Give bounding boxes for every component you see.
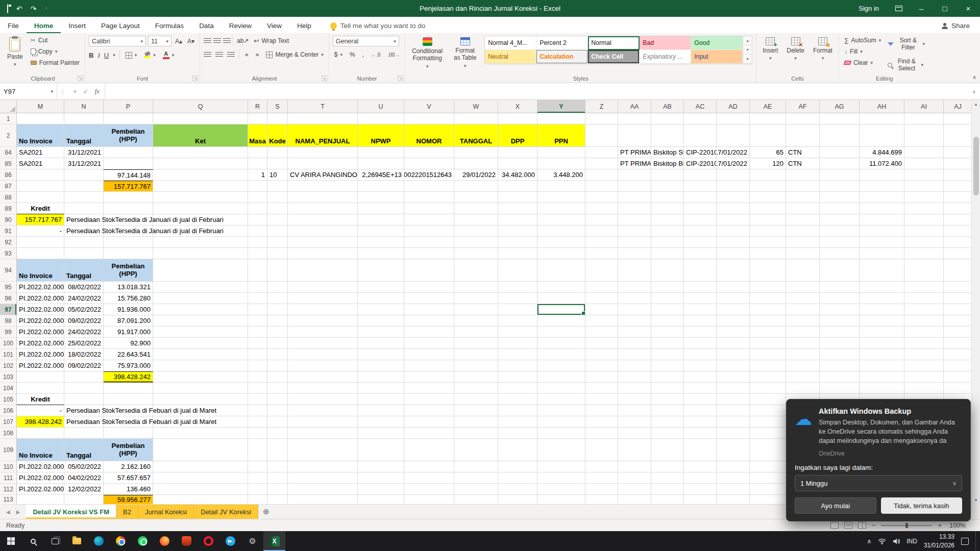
gallery-up-icon[interactable]: ▴ bbox=[743, 36, 752, 45]
cell-Y100[interactable] bbox=[537, 338, 585, 349]
cell-AD106[interactable] bbox=[717, 405, 750, 416]
cell-W91[interactable] bbox=[454, 226, 498, 237]
cell-AE92[interactable] bbox=[750, 237, 786, 248]
cell-Z87[interactable] bbox=[585, 181, 618, 192]
cell-S101[interactable] bbox=[267, 349, 288, 360]
align-right-icon[interactable] bbox=[227, 52, 235, 58]
cell-Z104[interactable] bbox=[585, 383, 618, 394]
cell-P98[interactable]: 87.091.200 bbox=[104, 315, 153, 327]
cell-T2[interactable]: NAMA_PENJUAL bbox=[288, 124, 358, 147]
cell-Y103[interactable] bbox=[537, 371, 585, 383]
cell-P96[interactable]: 15.756.280 bbox=[104, 293, 153, 304]
new-sheet-button[interactable]: ⊕ bbox=[258, 505, 274, 519]
cell-AD103[interactable] bbox=[717, 371, 750, 383]
share-button[interactable]: Share bbox=[932, 22, 980, 33]
cell-AD1[interactable] bbox=[717, 113, 750, 124]
cell-X98[interactable] bbox=[498, 315, 537, 327]
cell-AF104[interactable] bbox=[786, 383, 820, 394]
zoom-in-icon[interactable]: + bbox=[938, 521, 942, 529]
cell-AE111[interactable] bbox=[750, 472, 786, 484]
cell-Z108[interactable] bbox=[585, 428, 618, 439]
column-header-AF[interactable]: AF bbox=[786, 100, 820, 113]
cell-T102[interactable] bbox=[288, 360, 358, 371]
cell-AG85[interactable] bbox=[820, 158, 860, 169]
cell-AC96[interactable] bbox=[684, 293, 717, 304]
cell-N102[interactable]: 09/02/2022 bbox=[64, 360, 104, 371]
cell-V99[interactable] bbox=[404, 327, 454, 338]
cell-AI85[interactable] bbox=[904, 158, 944, 169]
cell-S112[interactable] bbox=[267, 484, 288, 495]
cell-W89[interactable] bbox=[454, 203, 498, 214]
cell-AB102[interactable] bbox=[651, 360, 684, 371]
cell-S99[interactable] bbox=[267, 327, 288, 338]
merge-center-button[interactable]: Merge & Center▾ bbox=[264, 50, 325, 59]
cell-AE97[interactable] bbox=[750, 304, 786, 315]
cell-Y89[interactable] bbox=[537, 203, 585, 214]
cell-Y86[interactable]: 3.448.200 bbox=[537, 169, 585, 181]
cell-R105[interactable] bbox=[248, 394, 267, 405]
cell-W105[interactable] bbox=[454, 394, 498, 405]
cell-V104[interactable] bbox=[404, 383, 454, 394]
cell-AJ84[interactable] bbox=[944, 147, 972, 158]
cell-AJ101[interactable] bbox=[944, 349, 972, 360]
cell-AE93[interactable] bbox=[750, 248, 786, 259]
cell-AB111[interactable] bbox=[651, 472, 684, 484]
cell-AB101[interactable] bbox=[651, 349, 684, 360]
cell-AJ103[interactable] bbox=[944, 371, 972, 383]
cell-AA110[interactable] bbox=[618, 461, 651, 472]
confirm-entry-icon[interactable]: ✓ bbox=[83, 88, 89, 95]
cell-X84[interactable] bbox=[498, 147, 537, 158]
row-header-106[interactable]: 106 bbox=[0, 405, 17, 416]
cell-Q95[interactable] bbox=[153, 282, 248, 293]
cell-Q89[interactable] bbox=[153, 203, 248, 214]
cell-AI103[interactable] bbox=[904, 371, 944, 383]
cell-AD84[interactable]: 17/01/2022 bbox=[717, 147, 750, 158]
cell-AB106[interactable] bbox=[651, 405, 684, 416]
cell-AI100[interactable] bbox=[904, 338, 944, 349]
cell-AA99[interactable] bbox=[618, 327, 651, 338]
style-normal4[interactable]: Normal 4_M... bbox=[485, 36, 536, 50]
cell-T89[interactable] bbox=[288, 203, 358, 214]
cut-button[interactable]: ✂Cut bbox=[29, 36, 81, 45]
cell-V96[interactable] bbox=[404, 293, 454, 304]
cell-AD113[interactable] bbox=[717, 495, 750, 505]
cell-AH87[interactable] bbox=[860, 181, 904, 192]
cell-M92[interactable] bbox=[17, 237, 64, 248]
cell-AG101[interactable] bbox=[820, 349, 860, 360]
cell-AC101[interactable] bbox=[684, 349, 717, 360]
cell-U88[interactable] bbox=[358, 192, 404, 203]
cell-AE105[interactable] bbox=[750, 394, 786, 405]
cell-AC112[interactable] bbox=[684, 484, 717, 495]
cell-V108[interactable] bbox=[404, 428, 454, 439]
cell-P100[interactable]: 92.900 bbox=[104, 338, 153, 349]
cell-Y93[interactable] bbox=[537, 248, 585, 259]
cell-AJ93[interactable] bbox=[944, 248, 972, 259]
cell-X2[interactable]: DPP bbox=[498, 124, 537, 147]
scroll-up-icon[interactable]: ▲ bbox=[972, 100, 980, 109]
cell-AD102[interactable] bbox=[717, 360, 750, 371]
cell-X93[interactable] bbox=[498, 248, 537, 259]
cell-N101[interactable]: 18/02/2022 bbox=[64, 349, 104, 360]
cell-U99[interactable] bbox=[358, 327, 404, 338]
cell-Q102[interactable] bbox=[153, 360, 248, 371]
cell-S88[interactable] bbox=[267, 192, 288, 203]
cell-R112[interactable] bbox=[248, 484, 267, 495]
cell-S106[interactable] bbox=[267, 405, 288, 416]
cell-Y102[interactable] bbox=[537, 360, 585, 371]
cell-W111[interactable] bbox=[454, 472, 498, 484]
zoom-slider[interactable] bbox=[881, 525, 932, 526]
cell-AB92[interactable] bbox=[651, 237, 684, 248]
cell-P110[interactable]: 2.162.160 bbox=[104, 461, 153, 472]
cell-N113[interactable] bbox=[64, 495, 104, 505]
cell-Z112[interactable] bbox=[585, 484, 618, 495]
cell-P94[interactable]: Pembelian (HPP) bbox=[104, 259, 153, 282]
cell-P108[interactable] bbox=[104, 428, 153, 439]
style-percent2[interactable]: Percent 2 bbox=[536, 36, 588, 50]
cell-AC100[interactable] bbox=[684, 338, 717, 349]
cell-P113[interactable]: 59.956.277 bbox=[104, 495, 153, 505]
column-header-AG[interactable]: AG bbox=[820, 100, 860, 113]
cell-AD92[interactable] bbox=[717, 237, 750, 248]
cell-X92[interactable] bbox=[498, 237, 537, 248]
cell-AG84[interactable] bbox=[820, 147, 860, 158]
cell-AC109[interactable] bbox=[684, 439, 717, 461]
